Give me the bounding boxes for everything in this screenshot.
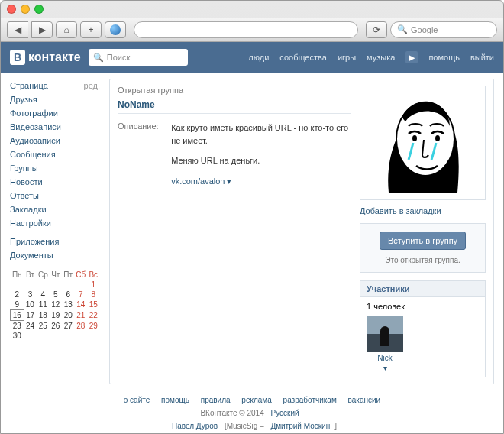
group-avatar[interactable] xyxy=(360,86,486,200)
calendar-day[interactable]: 8 xyxy=(87,290,100,300)
calendar-day xyxy=(50,331,62,341)
footer-dev[interactable]: разработчикам xyxy=(283,396,337,404)
member-name: Nick xyxy=(367,354,403,362)
browser-search[interactable]: 🔍 Google xyxy=(390,21,497,38)
calendar-day[interactable]: 6 xyxy=(62,290,74,300)
bookmarks-button[interactable] xyxy=(105,21,126,38)
members-header[interactable]: Участники xyxy=(360,280,486,297)
sidebar-item-photos[interactable]: Фотографии xyxy=(10,108,58,118)
footer-lang[interactable]: Русский xyxy=(270,409,299,417)
calendar-day[interactable]: 30 xyxy=(11,331,24,341)
group-url[interactable]: vk.com/avalon ▾ xyxy=(171,177,231,186)
calendar-day[interactable]: 20 xyxy=(62,310,74,321)
calendar-day[interactable]: 12 xyxy=(50,300,62,310)
minimize-icon[interactable] xyxy=(21,5,30,14)
nav-logout[interactable]: выйти xyxy=(470,53,494,62)
chevron-down-icon[interactable]: ▾ xyxy=(367,364,403,372)
join-box: Вступить в группу Это открытая группа. xyxy=(360,223,486,273)
join-button[interactable]: Вступить в группу xyxy=(380,232,466,250)
member-item[interactable]: Nick ▾ xyxy=(367,316,403,372)
sidebar-item-page[interactable]: Страница xyxy=(10,81,48,90)
footer-credit-1[interactable]: Павел Дуров xyxy=(172,422,218,430)
calendar-day[interactable]: 21 xyxy=(74,310,86,321)
vk-logo-text: контакте xyxy=(28,50,81,64)
sidebar-item-audio[interactable]: Аудиозаписи xyxy=(10,136,60,145)
sidebar-item-friends[interactable]: Друзья xyxy=(10,95,37,104)
desc-line-2: Меняю URL на деньги. xyxy=(171,154,351,167)
calendar-day[interactable]: 29 xyxy=(87,321,100,332)
back-button[interactable]: ◀ xyxy=(7,21,28,38)
sidebar-edit[interactable]: ред. xyxy=(84,81,100,90)
calendar-day[interactable]: 24 xyxy=(24,321,37,332)
sidebar-item-settings[interactable]: Настройки xyxy=(10,219,51,228)
add-button[interactable]: + xyxy=(80,21,102,38)
vk-search-input[interactable]: 🔍 Поиск xyxy=(89,49,188,66)
footer-help[interactable]: помощь xyxy=(161,396,189,404)
search-placeholder: Google xyxy=(411,25,438,34)
vk-header: B контакте 🔍 Поиск люди сообщества игры … xyxy=(1,42,503,73)
footer-jobs[interactable]: вакансии xyxy=(348,396,381,404)
members-count: 1 человек xyxy=(367,302,479,311)
main-content: Открытая группа NoName Описание: Как кру… xyxy=(109,79,494,384)
sidebar-item-videos[interactable]: Видеозаписи xyxy=(10,122,61,131)
window-titlebar xyxy=(1,1,503,18)
calendar-day[interactable]: 10 xyxy=(24,300,37,310)
sidebar-item-messages[interactable]: Сообщения xyxy=(10,150,56,159)
calendar-day xyxy=(87,331,100,341)
vk-logo-badge: B xyxy=(10,50,25,65)
nav-communities[interactable]: сообщества xyxy=(279,53,327,62)
calendar-day[interactable]: 3 xyxy=(24,290,37,300)
reload-button[interactable]: ⟳ xyxy=(366,21,387,38)
calendar-day[interactable]: 22 xyxy=(87,310,100,321)
calendar-day[interactable]: 17 xyxy=(24,310,37,321)
zoom-icon[interactable] xyxy=(34,5,44,14)
calendar-day[interactable]: 11 xyxy=(37,300,49,310)
search-icon: 🔍 xyxy=(397,24,408,34)
sidebar-item-news[interactable]: Новости xyxy=(10,177,43,186)
calendar-day[interactable]: 28 xyxy=(74,321,86,332)
calendar-day[interactable]: 16 xyxy=(11,310,24,321)
search-icon: 🔍 xyxy=(93,53,104,63)
nav-help[interactable]: помощь xyxy=(428,53,460,62)
calendar-day[interactable]: 18 xyxy=(37,310,49,321)
footer-rules[interactable]: правила xyxy=(201,396,231,404)
nav-games[interactable]: игры xyxy=(338,53,356,62)
nav-people[interactable]: люди xyxy=(248,53,269,62)
calendar-day xyxy=(74,280,86,290)
footer-about[interactable]: о сайте xyxy=(124,396,150,404)
calendar-day[interactable]: 23 xyxy=(11,321,24,332)
footer-credit-2[interactable]: Дмитрий Москин xyxy=(270,422,330,430)
sidebar-item-bookmarks[interactable]: Закладки xyxy=(10,205,47,214)
calendar-day[interactable]: 9 xyxy=(11,300,24,310)
play-icon[interactable]: ▶ xyxy=(405,51,418,63)
calendar-day[interactable]: 15 xyxy=(87,300,100,310)
url-bar[interactable] xyxy=(134,21,358,38)
sidebar-item-answers[interactable]: Ответы xyxy=(10,191,39,200)
calendar: ПнВтСрЧтПтСбВс12345678910111213141516171… xyxy=(10,270,100,341)
footer-ads[interactable]: реклама xyxy=(241,396,271,404)
calendar-day[interactable]: 25 xyxy=(37,321,49,332)
vk-logo[interactable]: B контакте xyxy=(10,50,81,65)
svg-point-2 xyxy=(435,135,440,141)
sidebar-item-apps[interactable]: Приложения xyxy=(10,237,59,246)
home-button[interactable]: ⌂ xyxy=(56,21,77,38)
calendar-day[interactable]: 5 xyxy=(50,290,62,300)
calendar-day xyxy=(24,331,37,341)
bookmark-link[interactable]: Добавить в закладки xyxy=(360,206,486,215)
calendar-day[interactable]: 19 xyxy=(50,310,62,321)
calendar-day[interactable]: 4 xyxy=(37,290,49,300)
calendar-day[interactable]: 1 xyxy=(87,280,100,290)
calendar-day xyxy=(11,280,24,290)
sidebar-item-docs[interactable]: Документы xyxy=(10,251,53,260)
calendar-day[interactable]: 26 xyxy=(50,321,62,332)
calendar-day[interactable]: 27 xyxy=(62,321,74,332)
calendar-day[interactable]: 7 xyxy=(74,290,86,300)
calendar-day[interactable]: 13 xyxy=(62,300,74,310)
sidebar-item-groups[interactable]: Группы xyxy=(10,164,38,173)
calendar-day[interactable]: 14 xyxy=(74,300,86,310)
calendar-day[interactable]: 2 xyxy=(11,290,24,300)
forward-button[interactable]: ▶ xyxy=(31,21,53,38)
calendar-day xyxy=(74,331,86,341)
close-icon[interactable] xyxy=(7,5,16,14)
nav-music[interactable]: музыка xyxy=(367,53,395,62)
